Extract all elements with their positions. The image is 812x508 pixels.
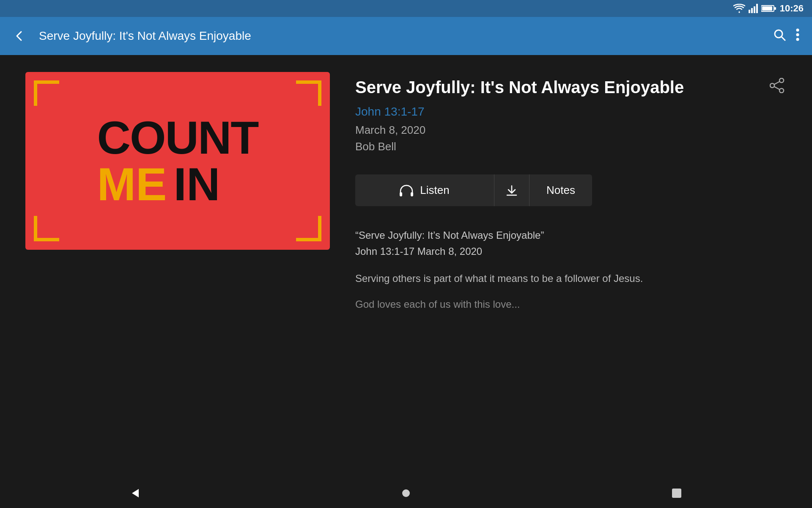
search-button[interactable] [773,28,786,44]
sermon-thumbnail: COUNT ME IN [25,72,330,250]
nav-back-icon [129,487,141,499]
back-button[interactable] [13,29,26,43]
svg-rect-1 [751,8,753,13]
signal-icon [749,4,758,13]
svg-rect-18 [411,192,413,196]
wifi-icon [733,4,745,13]
svg-line-15 [774,82,780,85]
nav-recent-button[interactable] [664,480,689,506]
download-icon [505,184,518,197]
corner-br [296,216,321,241]
share-button[interactable] [768,76,787,98]
svg-rect-2 [754,6,755,13]
nav-home-icon [402,489,410,497]
svg-marker-20 [132,489,139,497]
svg-point-11 [796,38,799,41]
description-reference-title: “Serve Joyfully: It’s Not Always Enjoyab… [355,229,544,241]
listen-label: Listen [420,184,449,197]
app-bar-actions [773,28,799,44]
description-body-2: God loves each of us with this love... [355,296,787,313]
svg-point-14 [779,88,784,93]
svg-rect-0 [749,10,750,13]
status-bar: 10:26 [0,0,812,17]
download-button[interactable] [494,174,529,206]
corner-tr [296,80,321,106]
status-time: 10:26 [780,3,804,14]
description-body: Serving others is part of what it means … [355,270,787,287]
svg-rect-6 [774,7,776,10]
app-bar: Serve Joyfully: It's Not Always Enjoyabl… [0,17,812,55]
svg-point-13 [770,83,774,88]
svg-line-8 [782,37,785,40]
sermon-title-row: Serve Joyfully: It's Not Always Enjoyabl… [355,76,787,98]
svg-line-16 [774,87,780,90]
battery-icon [761,5,776,12]
svg-point-12 [779,78,784,83]
more-options-button[interactable] [796,28,799,44]
headphones-icon [400,185,413,196]
svg-rect-5 [762,6,772,11]
thumbnail-container: COUNT ME IN [25,72,330,250]
thumbnail-me-in-row: ME IN [97,161,258,207]
svg-point-9 [796,28,799,31]
thumbnail-me-text: ME [97,161,167,207]
thumbnail-count-text: COUNT [97,114,258,161]
thumbnail-text: COUNT ME IN [93,110,262,212]
corner-tl [34,80,59,106]
sermon-date: March 8, 2020 [355,124,787,137]
main-content: COUNT ME IN Serve Joyfully: It's Not Alw… [0,55,812,478]
svg-rect-3 [756,4,758,13]
svg-rect-17 [400,192,402,196]
nav-recent-icon [672,489,681,498]
sermon-scripture: John 13:1-17 [355,105,787,119]
notes-button[interactable]: Notes [529,174,592,206]
sermon-title: Serve Joyfully: It's Not Always Enjoyabl… [355,76,760,98]
sermon-speaker: Bob Bell [355,140,787,153]
sermon-description: “Serve Joyfully: It’s Not Always Enjoyab… [355,227,787,313]
description-reference-verse: John 13:1-17 March 8, 2020 [355,246,482,257]
corner-bl [34,216,59,241]
action-buttons: Listen Notes [355,174,592,206]
status-icons: 10:26 [733,3,804,14]
app-bar-title: Serve Joyfully: It's Not Always Enjoyabl… [39,29,773,43]
svg-point-10 [796,33,799,36]
notes-label: Notes [546,184,575,196]
nav-home-button[interactable] [393,480,419,506]
right-panel: Serve Joyfully: It's Not Always Enjoyabl… [355,72,787,461]
thumbnail-in-text: IN [173,161,220,207]
listen-button[interactable]: Listen [355,174,494,206]
nav-back-button[interactable] [123,480,148,506]
nav-bar [0,478,812,508]
